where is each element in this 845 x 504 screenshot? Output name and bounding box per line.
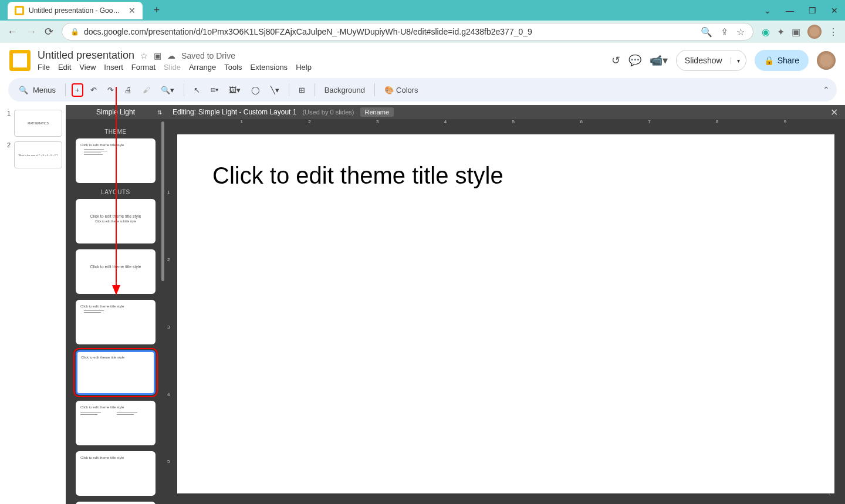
theme-builder-panel: Simple Light ⇅ THEME Click to edit theme… xyxy=(66,105,165,504)
canvas-row: 1 2 3 4 5 Click to edit theme title styl… xyxy=(165,130,845,504)
separator xyxy=(315,83,315,96)
slide-canvas[interactable]: Click to edit theme title style xyxy=(177,134,834,493)
window-controls: ⌄ — ❐ ✕ xyxy=(762,6,840,15)
comments-icon[interactable]: 💬 xyxy=(628,54,641,67)
print-button[interactable]: 🖨 xyxy=(121,83,136,97)
browser-tab[interactable]: Untitled presentation - Google Sl ✕ xyxy=(8,2,143,19)
menu-extensions[interactable]: Extensions xyxy=(251,63,288,72)
menu-format[interactable]: Format xyxy=(131,63,156,72)
theme-dropdown-icon[interactable]: ⇅ xyxy=(157,109,162,116)
textbox-tool[interactable]: ⧈▾ xyxy=(207,83,222,97)
horizontal-ruler[interactable]: 1 2 3 4 5 6 7 8 9 xyxy=(165,119,845,130)
layout-thumb[interactable]: Click to edit theme title style xyxy=(76,401,156,445)
paint-format-button[interactable]: 🖌 xyxy=(139,83,154,97)
explore-button[interactable]: ‹ xyxy=(829,490,839,500)
theme-scrollbar[interactable] xyxy=(161,121,164,281)
layout-thumb[interactable]: Click to edit theme title style xyxy=(76,300,156,344)
theme-master-thumb[interactable]: Click to edit theme title style xyxy=(76,138,156,183)
share-button[interactable]: 🔒 Share xyxy=(755,50,809,71)
separator xyxy=(289,83,289,96)
redo-button[interactable]: ↷ xyxy=(104,83,117,97)
profile-avatar-browser[interactable] xyxy=(807,25,822,39)
slide-thumb-2[interactable]: 2 What is the sum of 7 + 3 + 4 – 5 + 2 ? xyxy=(4,141,62,168)
editing-layout-name: Simple Light - Custom Layout 1 xyxy=(198,108,296,116)
share-url-icon[interactable]: ⇪ xyxy=(721,26,728,38)
meet-icon[interactable]: 📹▾ xyxy=(650,54,668,67)
cloud-saved-icon: ☁ xyxy=(167,51,175,60)
select-tool[interactable]: ↖ xyxy=(190,83,204,97)
sidepanel-icon[interactable]: ▣ xyxy=(792,26,800,38)
minimize-icon[interactable]: — xyxy=(784,6,796,15)
profile-avatar-app[interactable] xyxy=(817,51,836,70)
reload-button[interactable]: ⟳ xyxy=(45,25,53,38)
saved-status: Saved to Drive xyxy=(181,51,235,60)
image-tool[interactable]: 🖼▾ xyxy=(225,83,244,97)
vertical-ruler[interactable]: 1 2 3 4 5 xyxy=(165,130,176,504)
editor-header: Editing: Simple Light - Custom Layout 1 … xyxy=(165,105,845,119)
line-tool[interactable]: ╲▾ xyxy=(267,83,283,97)
browser-titlebar: Untitled presentation - Google Sl ✕ + ⌄ … xyxy=(0,0,845,21)
zoom-icon[interactable]: 🔍 xyxy=(701,26,712,38)
editor-area: Editing: Simple Light - Custom Layout 1 … xyxy=(165,105,845,504)
slideshow-button[interactable]: Slideshow ▾ xyxy=(676,50,746,71)
collapse-toolbar-icon[interactable]: ⌃ xyxy=(823,85,830,94)
history-icon[interactable]: ↺ xyxy=(611,54,620,67)
url-actions: 🔍 ⇪ ☆ xyxy=(701,26,745,38)
app-header: Untitled presentation ☆ ▣ ☁ Saved to Dri… xyxy=(0,43,845,78)
rename-button[interactable]: Rename xyxy=(360,107,394,117)
layout-thumb[interactable]: Click to edit theme text styles xyxy=(76,502,156,504)
menu-view[interactable]: View xyxy=(79,63,96,72)
theme-title-placeholder[interactable]: Click to edit theme title style xyxy=(212,163,799,189)
close-theme-editor-icon[interactable]: ✕ xyxy=(830,107,838,118)
menu-insert[interactable]: Insert xyxy=(104,63,123,72)
star-icon[interactable]: ☆ xyxy=(140,51,148,60)
slide-thumb-1[interactable]: 1 MATHEMATICS xyxy=(4,110,62,137)
chevron-down-icon[interactable]: ⌄ xyxy=(762,6,773,15)
undo-button[interactable]: ↶ xyxy=(87,83,100,97)
layout-thumb[interactable]: Click to edit theme title style xyxy=(76,249,156,294)
new-tab-button[interactable]: + xyxy=(148,2,165,19)
theme-layouts-list[interactable]: THEME Click to edit theme title style LA… xyxy=(66,119,165,504)
browser-menu-icon[interactable]: ⋮ xyxy=(829,26,838,38)
url-bar[interactable]: 🔒 docs.google.com/presentation/d/1oPmx3O… xyxy=(62,23,753,40)
menu-help[interactable]: Help xyxy=(296,63,312,72)
slideshow-label[interactable]: Slideshow xyxy=(677,56,731,65)
theme-panel-header[interactable]: Simple Light ⇅ xyxy=(66,105,165,119)
bookmark-icon[interactable]: ☆ xyxy=(736,26,745,38)
layout-thumb[interactable]: Click to edit theme title style xyxy=(76,451,156,496)
extensions-icon[interactable]: ✦ xyxy=(777,26,785,38)
menus-search[interactable]: 🔍 Menus xyxy=(15,83,59,97)
extension-icon-1[interactable]: ◉ xyxy=(762,26,770,38)
menu-arrange[interactable]: Arrange xyxy=(189,63,216,72)
menu-tools[interactable]: Tools xyxy=(224,63,242,72)
menu-file[interactable]: File xyxy=(38,63,50,72)
title-area: Untitled presentation ☆ ▣ ☁ Saved to Dri… xyxy=(38,49,312,72)
separator xyxy=(374,83,375,96)
slide-thumbnail[interactable]: What is the sum of 7 + 3 + 4 – 5 + 2 ? xyxy=(14,141,62,168)
zoom-dropdown[interactable]: 🔍▾ xyxy=(157,83,178,97)
toolbar: 🔍 Menus + ↶ ↷ 🖨 🖌 🔍▾ ↖ ⧈▾ 🖼▾ ◯ ╲▾ ⊞ Back… xyxy=(8,78,837,102)
background-button[interactable]: Background xyxy=(321,83,369,97)
slide-number: 1 xyxy=(4,110,11,117)
slideshow-dropdown[interactable]: ▾ xyxy=(731,57,746,64)
layout-thumb-selected[interactable]: Click to edit theme title style xyxy=(76,350,156,395)
move-icon[interactable]: ▣ xyxy=(154,51,161,60)
back-button[interactable]: ← xyxy=(7,26,18,38)
shape-tool[interactable]: ◯ xyxy=(248,83,263,97)
placeholder-tool[interactable]: ⊞ xyxy=(295,83,309,97)
maximize-icon[interactable]: ❐ xyxy=(806,6,818,15)
tab-close-icon[interactable]: ✕ xyxy=(129,6,136,15)
document-title[interactable]: Untitled presentation xyxy=(38,49,134,62)
slides-logo[interactable] xyxy=(9,50,31,71)
new-slide-button[interactable]: + xyxy=(72,83,83,97)
menu-edit[interactable]: Edit xyxy=(58,63,71,72)
close-window-icon[interactable]: ✕ xyxy=(829,6,840,15)
layout-thumb[interactable]: Click to edit theme title style Click to… xyxy=(76,199,156,243)
editing-prefix: Editing: xyxy=(173,108,196,116)
browser-extensions: ◉ ✦ ▣ ⋮ xyxy=(762,25,838,39)
workspace: 1 MATHEMATICS 2 What is the sum of 7 + 3… xyxy=(0,105,845,504)
forward-button[interactable]: → xyxy=(26,26,36,38)
lock-icon: 🔒 xyxy=(70,28,79,36)
slide-thumbnail[interactable]: MATHEMATICS xyxy=(14,110,62,137)
colors-button[interactable]: 🎨 Colors xyxy=(381,83,422,97)
